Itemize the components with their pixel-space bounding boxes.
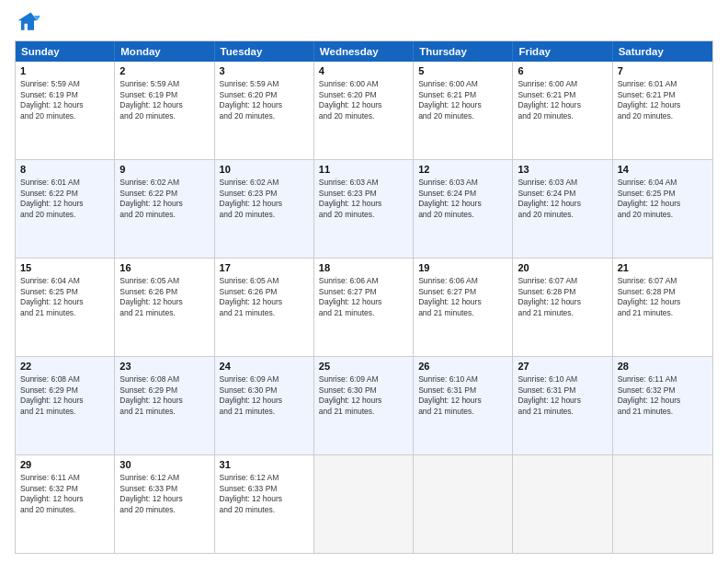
day-info: Sunrise: 5:59 AM Sunset: 6:20 PM Dayligh…	[220, 79, 309, 122]
day-info: Sunrise: 6:03 AM Sunset: 6:24 PM Dayligh…	[418, 178, 507, 221]
day-info: Sunrise: 6:07 AM Sunset: 6:28 PM Dayligh…	[618, 276, 708, 319]
logo	[15, 9, 44, 35]
week-row-1: 1Sunrise: 5:59 AM Sunset: 6:19 PM Daylig…	[16, 62, 712, 160]
day-info: Sunrise: 6:06 AM Sunset: 6:27 PM Dayligh…	[418, 276, 507, 319]
day-info: Sunrise: 6:04 AM Sunset: 6:25 PM Dayligh…	[618, 178, 708, 221]
day-cell-17: 17Sunrise: 6:05 AM Sunset: 6:26 PM Dayli…	[215, 259, 314, 356]
day-info: Sunrise: 6:03 AM Sunset: 6:23 PM Dayligh…	[319, 178, 408, 221]
day-number: 10	[220, 163, 309, 177]
day-number: 29	[20, 458, 109, 472]
day-cell-20: 20Sunrise: 6:07 AM Sunset: 6:28 PM Dayli…	[513, 259, 612, 356]
day-cell-6: 6Sunrise: 6:00 AM Sunset: 6:21 PM Daylig…	[513, 62, 612, 159]
day-cell-18: 18Sunrise: 6:06 AM Sunset: 6:27 PM Dayli…	[314, 259, 414, 356]
day-info: Sunrise: 5:59 AM Sunset: 6:19 PM Dayligh…	[119, 79, 209, 122]
day-number: 24	[220, 360, 309, 373]
day-cell-8: 8Sunrise: 6:01 AM Sunset: 6:22 PM Daylig…	[16, 160, 115, 258]
day-number: 13	[518, 163, 607, 177]
day-cell-27: 27Sunrise: 6:10 AM Sunset: 6:31 PM Dayli…	[513, 357, 612, 454]
day-number: 17	[220, 261, 309, 275]
header-day-thursday: Thursday	[414, 41, 513, 62]
day-number: 18	[319, 261, 408, 275]
day-number: 2	[119, 64, 209, 78]
day-number: 16	[119, 261, 209, 275]
day-cell-7: 7Sunrise: 6:01 AM Sunset: 6:21 PM Daylig…	[613, 62, 712, 159]
day-cell-31: 31Sunrise: 6:12 AM Sunset: 6:33 PM Dayli…	[215, 455, 314, 553]
header-day-wednesday: Wednesday	[314, 41, 414, 62]
day-cell-2: 2Sunrise: 5:59 AM Sunset: 6:19 PM Daylig…	[115, 62, 214, 159]
day-cell-19: 19Sunrise: 6:06 AM Sunset: 6:27 PM Dayli…	[414, 259, 513, 356]
day-number: 9	[119, 163, 209, 177]
day-info: Sunrise: 6:11 AM Sunset: 6:32 PM Dayligh…	[20, 473, 109, 516]
day-number: 15	[20, 261, 109, 275]
header-day-friday: Friday	[513, 41, 612, 62]
day-number: 12	[418, 163, 507, 177]
calendar: SundayMondayTuesdayWednesdayThursdayFrid…	[15, 40, 713, 554]
day-info: Sunrise: 6:06 AM Sunset: 6:27 PM Dayligh…	[319, 276, 408, 319]
day-cell-28: 28Sunrise: 6:11 AM Sunset: 6:32 PM Dayli…	[613, 357, 712, 454]
empty-cell	[613, 455, 712, 553]
week-row-5: 29Sunrise: 6:11 AM Sunset: 6:32 PM Dayli…	[16, 455, 712, 553]
day-info: Sunrise: 6:08 AM Sunset: 6:29 PM Dayligh…	[119, 374, 209, 418]
day-cell-1: 1Sunrise: 5:59 AM Sunset: 6:19 PM Daylig…	[16, 62, 115, 159]
day-number: 31	[220, 458, 309, 472]
day-cell-12: 12Sunrise: 6:03 AM Sunset: 6:24 PM Dayli…	[414, 160, 513, 258]
logo-icon	[15, 9, 40, 35]
empty-cell	[414, 455, 513, 553]
day-cell-29: 29Sunrise: 6:11 AM Sunset: 6:32 PM Dayli…	[16, 455, 115, 553]
day-number: 1	[20, 64, 109, 78]
day-info: Sunrise: 6:03 AM Sunset: 6:24 PM Dayligh…	[518, 178, 607, 221]
header-day-saturday: Saturday	[613, 41, 712, 62]
day-info: Sunrise: 6:00 AM Sunset: 6:21 PM Dayligh…	[518, 79, 607, 122]
day-info: Sunrise: 6:07 AM Sunset: 6:28 PM Dayligh…	[518, 276, 607, 319]
day-cell-11: 11Sunrise: 6:03 AM Sunset: 6:23 PM Dayli…	[314, 160, 414, 258]
header-day-monday: Monday	[115, 41, 214, 62]
day-number: 23	[119, 360, 209, 373]
day-cell-3: 3Sunrise: 5:59 AM Sunset: 6:20 PM Daylig…	[215, 62, 314, 159]
day-cell-26: 26Sunrise: 6:10 AM Sunset: 6:31 PM Dayli…	[414, 357, 513, 454]
day-info: Sunrise: 6:11 AM Sunset: 6:32 PM Dayligh…	[618, 374, 708, 418]
week-row-3: 15Sunrise: 6:04 AM Sunset: 6:25 PM Dayli…	[16, 259, 712, 357]
day-number: 14	[618, 163, 708, 177]
week-row-4: 22Sunrise: 6:08 AM Sunset: 6:29 PM Dayli…	[16, 357, 712, 455]
header-day-tuesday: Tuesday	[215, 41, 314, 62]
day-info: Sunrise: 5:59 AM Sunset: 6:19 PM Dayligh…	[20, 79, 109, 122]
header-day-sunday: Sunday	[16, 41, 115, 62]
day-cell-14: 14Sunrise: 6:04 AM Sunset: 6:25 PM Dayli…	[613, 160, 712, 258]
day-cell-9: 9Sunrise: 6:02 AM Sunset: 6:22 PM Daylig…	[115, 160, 214, 258]
day-number: 7	[618, 64, 708, 78]
day-info: Sunrise: 6:12 AM Sunset: 6:33 PM Dayligh…	[119, 473, 209, 516]
day-cell-5: 5Sunrise: 6:00 AM Sunset: 6:21 PM Daylig…	[414, 62, 513, 159]
day-info: Sunrise: 6:09 AM Sunset: 6:30 PM Dayligh…	[220, 374, 309, 418]
day-cell-10: 10Sunrise: 6:02 AM Sunset: 6:23 PM Dayli…	[215, 160, 314, 258]
header	[15, 9, 713, 35]
day-cell-23: 23Sunrise: 6:08 AM Sunset: 6:29 PM Dayli…	[115, 357, 214, 454]
day-number: 20	[518, 261, 607, 275]
day-number: 8	[20, 163, 109, 177]
day-cell-15: 15Sunrise: 6:04 AM Sunset: 6:25 PM Dayli…	[16, 259, 115, 356]
day-number: 6	[518, 64, 607, 78]
day-number: 30	[119, 458, 209, 472]
day-info: Sunrise: 6:01 AM Sunset: 6:22 PM Dayligh…	[20, 178, 109, 221]
day-number: 28	[618, 360, 708, 373]
page: SundayMondayTuesdayWednesdayThursdayFrid…	[0, 0, 728, 563]
week-row-2: 8Sunrise: 6:01 AM Sunset: 6:22 PM Daylig…	[16, 160, 712, 259]
day-info: Sunrise: 6:02 AM Sunset: 6:23 PM Dayligh…	[220, 178, 309, 221]
empty-cell	[314, 455, 414, 553]
calendar-body: 1Sunrise: 5:59 AM Sunset: 6:19 PM Daylig…	[16, 62, 712, 553]
day-cell-21: 21Sunrise: 6:07 AM Sunset: 6:28 PM Dayli…	[613, 259, 712, 356]
day-cell-16: 16Sunrise: 6:05 AM Sunset: 6:26 PM Dayli…	[115, 259, 214, 356]
day-info: Sunrise: 6:00 AM Sunset: 6:21 PM Dayligh…	[418, 79, 507, 122]
day-number: 11	[319, 163, 408, 177]
day-number: 25	[319, 360, 408, 373]
day-info: Sunrise: 6:05 AM Sunset: 6:26 PM Dayligh…	[220, 276, 309, 319]
day-number: 3	[220, 64, 309, 78]
day-cell-13: 13Sunrise: 6:03 AM Sunset: 6:24 PM Dayli…	[513, 160, 612, 258]
day-cell-4: 4Sunrise: 6:00 AM Sunset: 6:20 PM Daylig…	[314, 62, 414, 159]
day-info: Sunrise: 6:05 AM Sunset: 6:26 PM Dayligh…	[119, 276, 209, 319]
day-cell-30: 30Sunrise: 6:12 AM Sunset: 6:33 PM Dayli…	[115, 455, 214, 553]
calendar-header: SundayMondayTuesdayWednesdayThursdayFrid…	[16, 41, 712, 62]
day-number: 4	[319, 64, 408, 78]
day-number: 22	[20, 360, 109, 373]
day-number: 19	[418, 261, 507, 275]
day-info: Sunrise: 6:08 AM Sunset: 6:29 PM Dayligh…	[20, 374, 109, 418]
